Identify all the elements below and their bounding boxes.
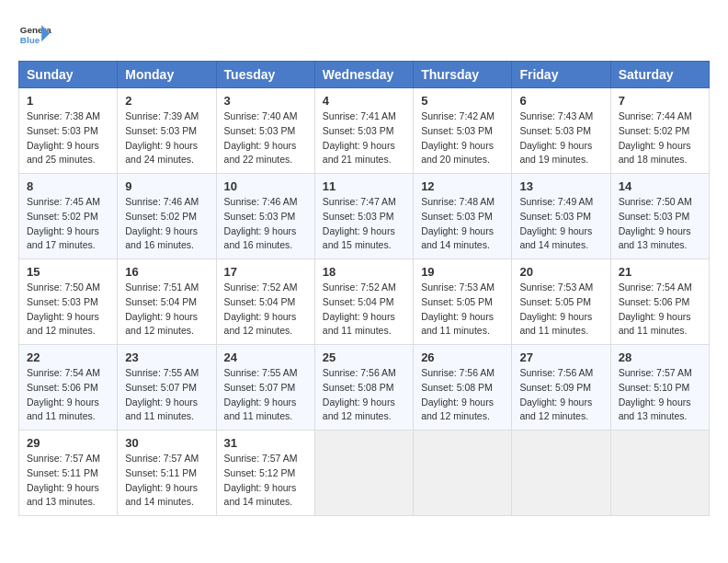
- day-info: Sunrise: 7:46 AMSunset: 5:02 PMDaylight:…: [125, 196, 199, 250]
- logo: General Blue: [18, 18, 51, 52]
- day-info: Sunrise: 7:53 AMSunset: 5:05 PMDaylight:…: [421, 282, 495, 336]
- day-cell: 16 Sunrise: 7:51 AMSunset: 5:04 PMDaylig…: [118, 259, 216, 345]
- day-number: 16: [125, 265, 208, 279]
- day-number: 2: [125, 94, 208, 108]
- day-info: Sunrise: 7:57 AMSunset: 5:11 PMDaylight:…: [125, 453, 199, 507]
- day-cell: 20 Sunrise: 7:53 AMSunset: 5:05 PMDaylig…: [512, 259, 610, 345]
- day-info: Sunrise: 7:47 AMSunset: 5:03 PMDaylight:…: [323, 196, 396, 250]
- week-row-2: 8 Sunrise: 7:45 AMSunset: 5:02 PMDayligh…: [19, 174, 710, 259]
- header-thursday: Thursday: [414, 62, 512, 88]
- day-number: 23: [125, 350, 208, 364]
- header-friday: Friday: [512, 62, 610, 88]
- day-number: 15: [27, 265, 109, 279]
- day-cell: 11 Sunrise: 7:47 AMSunset: 5:03 PMDaylig…: [314, 174, 413, 259]
- week-row-4: 22 Sunrise: 7:54 AMSunset: 5:06 PMDaylig…: [19, 345, 710, 431]
- day-number: 6: [519, 94, 602, 108]
- day-number: 21: [619, 265, 701, 279]
- day-cell: 2 Sunrise: 7:39 AMSunset: 5:03 PMDayligh…: [118, 88, 216, 174]
- day-info: Sunrise: 7:56 AMSunset: 5:08 PMDaylight:…: [421, 367, 495, 421]
- day-cell: 7 Sunrise: 7:44 AMSunset: 5:02 PMDayligh…: [610, 88, 709, 174]
- page-header: General Blue: [18, 18, 710, 52]
- header-sunday: Sunday: [19, 62, 118, 88]
- day-info: Sunrise: 7:55 AMSunset: 5:07 PMDaylight:…: [125, 367, 199, 421]
- day-cell: 1 Sunrise: 7:38 AMSunset: 5:03 PMDayligh…: [19, 88, 118, 174]
- day-number: 4: [323, 94, 405, 108]
- day-info: Sunrise: 7:44 AMSunset: 5:02 PMDaylight:…: [619, 110, 692, 165]
- day-info: Sunrise: 7:55 AMSunset: 5:07 PMDaylight:…: [224, 367, 298, 421]
- day-info: Sunrise: 7:40 AMSunset: 5:03 PMDaylight:…: [224, 110, 298, 165]
- header-row: SundayMondayTuesdayWednesdayThursdayFrid…: [19, 62, 710, 88]
- day-info: Sunrise: 7:57 AMSunset: 5:11 PMDaylight:…: [27, 453, 100, 507]
- header-monday: Monday: [118, 62, 216, 88]
- day-cell: [610, 431, 709, 516]
- day-number: 3: [224, 94, 307, 108]
- day-number: 10: [224, 179, 307, 193]
- day-info: Sunrise: 7:51 AMSunset: 5:04 PMDaylight:…: [125, 282, 199, 336]
- day-info: Sunrise: 7:46 AMSunset: 5:03 PMDaylight:…: [224, 196, 298, 250]
- day-number: 18: [323, 265, 405, 279]
- day-info: Sunrise: 7:52 AMSunset: 5:04 PMDaylight:…: [323, 282, 396, 336]
- day-cell: 25 Sunrise: 7:56 AMSunset: 5:08 PMDaylig…: [314, 345, 413, 431]
- day-info: Sunrise: 7:54 AMSunset: 5:06 PMDaylight:…: [27, 367, 100, 421]
- day-cell: 10 Sunrise: 7:46 AMSunset: 5:03 PMDaylig…: [216, 174, 314, 259]
- day-info: Sunrise: 7:50 AMSunset: 5:03 PMDaylight:…: [619, 196, 692, 250]
- day-info: Sunrise: 7:56 AMSunset: 5:09 PMDaylight:…: [519, 367, 593, 421]
- day-info: Sunrise: 7:50 AMSunset: 5:03 PMDaylight:…: [27, 282, 100, 336]
- day-info: Sunrise: 7:42 AMSunset: 5:03 PMDaylight:…: [421, 110, 495, 165]
- day-cell: 4 Sunrise: 7:41 AMSunset: 5:03 PMDayligh…: [314, 88, 413, 174]
- day-number: 20: [519, 265, 602, 279]
- day-cell: 21 Sunrise: 7:54 AMSunset: 5:06 PMDaylig…: [610, 259, 709, 345]
- day-info: Sunrise: 7:57 AMSunset: 5:12 PMDaylight:…: [224, 453, 298, 507]
- day-cell: 6 Sunrise: 7:43 AMSunset: 5:03 PMDayligh…: [512, 88, 610, 174]
- day-info: Sunrise: 7:57 AMSunset: 5:10 PMDaylight:…: [619, 367, 692, 421]
- day-info: Sunrise: 7:39 AMSunset: 5:03 PMDaylight:…: [125, 110, 199, 165]
- day-number: 19: [421, 265, 504, 279]
- day-cell: 24 Sunrise: 7:55 AMSunset: 5:07 PMDaylig…: [216, 345, 314, 431]
- day-info: Sunrise: 7:53 AMSunset: 5:05 PMDaylight:…: [519, 282, 593, 336]
- day-number: 17: [224, 265, 307, 279]
- week-row-1: 1 Sunrise: 7:38 AMSunset: 5:03 PMDayligh…: [19, 88, 710, 174]
- calendar-body: 1 Sunrise: 7:38 AMSunset: 5:03 PMDayligh…: [19, 88, 710, 516]
- day-number: 13: [519, 179, 602, 193]
- day-cell: 27 Sunrise: 7:56 AMSunset: 5:09 PMDaylig…: [512, 345, 610, 431]
- day-cell: [314, 431, 413, 516]
- day-info: Sunrise: 7:41 AMSunset: 5:03 PMDaylight:…: [323, 110, 396, 165]
- day-number: 9: [125, 179, 208, 193]
- day-cell: 31 Sunrise: 7:57 AMSunset: 5:12 PMDaylig…: [216, 431, 314, 516]
- day-number: 8: [27, 179, 109, 193]
- day-cell: 28 Sunrise: 7:57 AMSunset: 5:10 PMDaylig…: [610, 345, 709, 431]
- day-cell: 26 Sunrise: 7:56 AMSunset: 5:08 PMDaylig…: [414, 345, 512, 431]
- day-number: 31: [224, 436, 307, 450]
- day-cell: 12 Sunrise: 7:48 AMSunset: 5:03 PMDaylig…: [414, 174, 512, 259]
- day-number: 24: [224, 350, 307, 364]
- day-cell: [512, 431, 610, 516]
- day-number: 22: [27, 350, 109, 364]
- calendar-table: SundayMondayTuesdayWednesdayThursdayFrid…: [18, 61, 710, 516]
- day-cell: 19 Sunrise: 7:53 AMSunset: 5:05 PMDaylig…: [414, 259, 512, 345]
- day-number: 29: [27, 436, 109, 450]
- day-cell: 23 Sunrise: 7:55 AMSunset: 5:07 PMDaylig…: [118, 345, 216, 431]
- header-tuesday: Tuesday: [216, 62, 314, 88]
- logo-icon: General Blue: [18, 18, 51, 52]
- svg-text:Blue: Blue: [20, 35, 40, 45]
- day-info: Sunrise: 7:49 AMSunset: 5:03 PMDaylight:…: [519, 196, 593, 250]
- day-info: Sunrise: 7:43 AMSunset: 5:03 PMDaylight:…: [519, 110, 593, 165]
- day-info: Sunrise: 7:52 AMSunset: 5:04 PMDaylight:…: [224, 282, 298, 336]
- week-row-3: 15 Sunrise: 7:50 AMSunset: 5:03 PMDaylig…: [19, 259, 710, 345]
- day-number: 25: [323, 350, 405, 364]
- day-number: 5: [421, 94, 504, 108]
- header-saturday: Saturday: [610, 62, 709, 88]
- day-cell: 14 Sunrise: 7:50 AMSunset: 5:03 PMDaylig…: [610, 174, 709, 259]
- day-number: 30: [125, 436, 208, 450]
- day-number: 11: [323, 179, 405, 193]
- day-info: Sunrise: 7:48 AMSunset: 5:03 PMDaylight:…: [421, 196, 495, 250]
- day-cell: 8 Sunrise: 7:45 AMSunset: 5:02 PMDayligh…: [19, 174, 118, 259]
- day-info: Sunrise: 7:56 AMSunset: 5:08 PMDaylight:…: [323, 367, 396, 421]
- day-number: 27: [519, 350, 602, 364]
- day-cell: 29 Sunrise: 7:57 AMSunset: 5:11 PMDaylig…: [19, 431, 118, 516]
- day-cell: 13 Sunrise: 7:49 AMSunset: 5:03 PMDaylig…: [512, 174, 610, 259]
- day-number: 12: [421, 179, 504, 193]
- day-number: 1: [27, 94, 109, 108]
- day-number: 26: [421, 350, 504, 364]
- day-cell: 5 Sunrise: 7:42 AMSunset: 5:03 PMDayligh…: [414, 88, 512, 174]
